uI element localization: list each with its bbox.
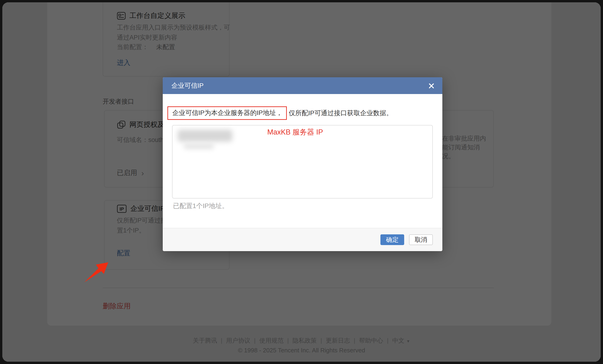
modal-footer: 确定 取消 [163,228,442,251]
page-background: 工作台自定义展示 工作台应用入口展示为预设模板样式，可 通过API实时更新内容 … [2,2,601,362]
confirm-button[interactable]: 确定 [381,234,404,245]
modal-header: 企业可信IP [163,77,442,94]
modal-intro-text: 企业可信IP为本企业服务器的IP地址， 仅所配IP可通过接口获取企业数据。 [167,106,393,120]
configured-ip-count-note: 已配置1个IP地址。 [173,202,228,210]
cancel-button[interactable]: 取消 [409,234,433,245]
trusted-ip-input[interactable]: MaxKB 服务器 IP [172,125,433,199]
redacted-ip-blur [184,143,214,149]
modal-title: 企业可信IP [171,81,203,90]
annotation-highlight-box: 企业可信IP为本企业服务器的IP地址， [167,106,287,120]
maxkb-server-ip-annotation: MaxKB 服务器 IP [267,127,323,137]
trusted-ip-modal: 企业可信IP 企业可信IP为本企业服务器的IP地址， 仅所配IP可通过接口获取企… [163,77,442,251]
close-icon[interactable] [427,81,436,90]
redacted-ip-blur [178,130,232,142]
red-arrow-annotation [79,258,112,285]
